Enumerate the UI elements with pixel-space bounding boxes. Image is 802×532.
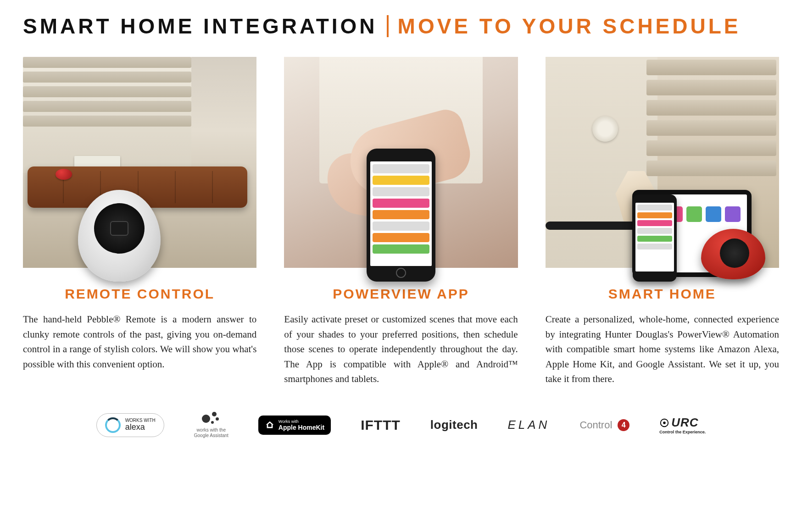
logo-elan: ELAN [507, 418, 550, 432]
card-body-app: Easily activate preset or customized sce… [284, 312, 518, 387]
book-icon [74, 156, 120, 167]
image-smart-home [546, 57, 779, 268]
headline-divider [387, 15, 389, 37]
logo-logitech: logitech [430, 418, 478, 432]
image-remote-control [23, 57, 256, 268]
home-icon [265, 420, 275, 430]
logo-urc: URC Control the Experience. [659, 416, 706, 434]
control4-badge: 4 [618, 419, 629, 431]
logo-google-assistant: works with the Google Assistant [194, 412, 228, 438]
urc-main: URC [671, 416, 698, 430]
feature-columns: REMOTE CONTROL The hand-held Pebble® Rem… [23, 57, 779, 387]
ga-line1: works with the [194, 427, 228, 433]
feature-smart-home: SMART HOME Create a personalized, whole-… [546, 57, 779, 387]
partner-logos: WORKS WITH alexa works with the Google A… [23, 412, 779, 438]
ga-line2: Google Assistant [194, 433, 228, 438]
alexa-ring-icon [105, 417, 121, 433]
card-body-remote: The hand-held Pebble® Remote is a modern… [23, 312, 256, 371]
homekit-line2: Apple HomeKit [278, 424, 324, 431]
card-title-app: POWERVIEW APP [284, 286, 518, 302]
page-headline: SMART HOME INTEGRATION MOVE TO YOUR SCHE… [23, 14, 779, 39]
homekit-line1: Works with [278, 419, 324, 424]
logo-control4: Control4 [579, 419, 629, 431]
thermostat-icon [592, 116, 618, 142]
smartphone-mini-icon [633, 194, 677, 282]
card-title-smarthome: SMART HOME [546, 286, 779, 302]
google-dots-icon [202, 412, 220, 426]
image-powerview-app [284, 57, 518, 268]
headline-left: SMART HOME INTEGRATION [23, 14, 378, 39]
logo-alexa: WORKS WITH alexa [96, 413, 164, 437]
control4-text: Control [579, 419, 612, 431]
pebble-remote-small-icon [56, 169, 72, 180]
urc-sub: Control the Experience. [659, 430, 706, 434]
card-title-remote: REMOTE CONTROL [23, 286, 256, 302]
svg-point-1 [663, 421, 666, 424]
urc-gear-icon [659, 418, 669, 428]
logo-ifttt: IFTTT [361, 417, 401, 433]
card-body-smarthome: Create a personalized, whole-home, conne… [546, 312, 779, 387]
feature-remote-control: REMOTE CONTROL The hand-held Pebble® Rem… [23, 57, 256, 387]
alexa-line2: alexa [125, 423, 156, 432]
smartphone-icon [367, 149, 435, 282]
feature-powerview-app: POWERVIEW APP Easily activate preset or … [284, 57, 518, 387]
headline-right: MOVE TO YOUR SCHEDULE [398, 14, 741, 39]
logo-apple-homekit: Works with Apple HomeKit [258, 416, 331, 435]
